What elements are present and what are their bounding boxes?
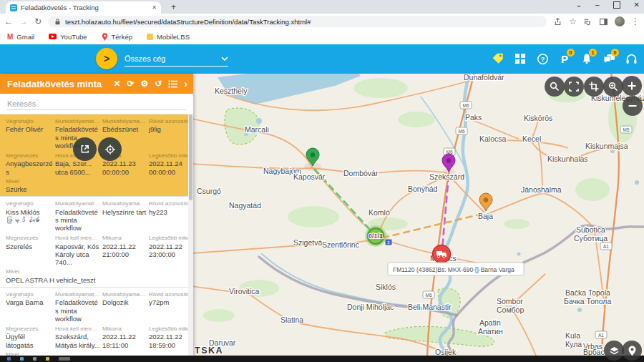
field-value: Dolgozik bbox=[102, 298, 147, 306]
share-icon[interactable] bbox=[553, 17, 562, 26]
map-city-label: Donji Miholjac bbox=[347, 303, 394, 311]
parking-icon[interactable]: P 0 bbox=[557, 52, 572, 66]
help-icon[interactable]: ? bbox=[535, 52, 550, 66]
map-city-label: Szigetvár bbox=[293, 238, 325, 247]
map-city-label: Kula bbox=[565, 331, 580, 340]
close-panel-icon[interactable]: ✕ bbox=[113, 79, 120, 88]
bookmark-gmail[interactable]: M Gmail bbox=[7, 33, 34, 41]
expand-panel-button[interactable]: > bbox=[96, 48, 117, 69]
map-city-label: Кула bbox=[565, 340, 582, 348]
url-bar[interactable]: teszt.holazauto.hu/fleet/secured/dataStr… bbox=[48, 16, 547, 27]
bookmark-youtube[interactable]: YouTube bbox=[49, 33, 87, 41]
scrollbar-thumb[interactable] bbox=[189, 114, 192, 200]
svg-text:≡: ≡ bbox=[387, 240, 390, 245]
browser-tab[interactable]: Feladatkövetés - Tracking ✕ bbox=[6, 1, 161, 14]
map-tooltip-text: FM1120 (43862)Bs. MKX-690-[]-Barna Varga bbox=[393, 266, 514, 273]
road-badge: ≡ bbox=[386, 240, 392, 245]
task-card[interactable]: VégrehajtóKiss Miklósဖြမ့ဒိန်ဓော်Munkafo… bbox=[0, 197, 193, 288]
sidebar-scrollbar[interactable] bbox=[188, 114, 193, 356]
side-panel-icon[interactable] bbox=[599, 17, 608, 26]
forward-icon[interactable]: → bbox=[19, 17, 28, 26]
map-zoom-out-button[interactable] bbox=[623, 96, 643, 116]
map-city-label: Бачка Топола bbox=[564, 297, 611, 305]
field-value: Feladatkövetés minta workflow bbox=[55, 298, 100, 323]
headset-icon[interactable] bbox=[624, 52, 638, 66]
taskbar-icon[interactable] bbox=[46, 357, 49, 361]
map-zoom-area-button[interactable] bbox=[603, 77, 623, 97]
map-layers-button[interactable] bbox=[604, 341, 624, 361]
field-label: Mikorra bbox=[102, 326, 147, 333]
reload-icon[interactable]: ↻ bbox=[34, 17, 42, 26]
new-tab-button[interactable]: + bbox=[171, 1, 176, 14]
field-label: Legkésőbb mikor... bbox=[149, 152, 193, 160]
tab-title: Feladatkövetés - Tracking bbox=[21, 4, 148, 11]
os-taskbar[interactable] bbox=[0, 356, 644, 362]
field-value: Ebédszünet bbox=[102, 125, 147, 133]
road-badge: M6 bbox=[423, 291, 434, 298]
map-search-button[interactable] bbox=[545, 77, 565, 97]
map-fit-bounds-button[interactable] bbox=[564, 77, 584, 97]
taskbar-icon[interactable] bbox=[33, 357, 36, 361]
map-city-label: Paks bbox=[465, 113, 482, 122]
tab-close-icon[interactable]: ✕ bbox=[152, 4, 157, 11]
mobilelbs-icon bbox=[147, 34, 153, 40]
bookmark-maps[interactable]: Térkép bbox=[102, 33, 133, 41]
list-view-icon[interactable] bbox=[168, 80, 177, 88]
field-value: Anyagbeszerzés bbox=[6, 160, 53, 175]
panel-header: Feladatkövetés minta ✕ ⟳ ⚙ ↺ › bbox=[0, 74, 193, 94]
close-window-button[interactable]: ✕ bbox=[634, 1, 640, 9]
field-label: Mivel bbox=[6, 268, 186, 275]
browser-toolbar: ← → ↻ teszt.holazauto.hu/fleet/secured/d… bbox=[0, 14, 644, 29]
field-value: 2022.11.22 18:59:00 bbox=[149, 333, 193, 348]
back-icon[interactable]: ← bbox=[4, 17, 13, 26]
minimize-button[interactable]: – bbox=[595, 1, 600, 9]
tab-search-icon[interactable]: ⌄ bbox=[576, 1, 582, 9]
messages-icon[interactable]: 0 bbox=[602, 52, 616, 66]
svg-text:A1: A1 bbox=[603, 244, 609, 249]
task-card[interactable]: VégrehajtóVarga BarnaMunkafolyamat d...F… bbox=[0, 288, 193, 356]
taskbar-icon[interactable] bbox=[59, 357, 70, 361]
map-zoom-in-button[interactable] bbox=[622, 76, 642, 96]
field-label: Munkafolyamat e... bbox=[102, 200, 147, 207]
map-city-label: Bačka Topola bbox=[565, 288, 610, 297]
menu-kebab-icon[interactable]: ⋮ bbox=[631, 17, 640, 26]
extensions-icon[interactable] bbox=[583, 17, 592, 26]
collapse-chevron-icon[interactable]: › bbox=[184, 79, 187, 89]
svg-text:M6: M6 bbox=[446, 150, 452, 155]
window-controls: ⌄ – ✕ bbox=[576, 1, 640, 9]
map-city-label: Baja bbox=[478, 212, 493, 220]
map-crop-button[interactable] bbox=[584, 77, 604, 97]
undo-icon[interactable]: ↺ bbox=[155, 79, 162, 88]
bookmark-mobilelbs[interactable]: MobileLBS bbox=[147, 33, 190, 41]
refresh-icon[interactable]: ⟳ bbox=[127, 79, 134, 88]
field-value: Varga Barna bbox=[6, 298, 53, 306]
map-city-label: Bonyhád bbox=[408, 185, 438, 193]
field-value: 2022.11.22 21:00:00 bbox=[102, 243, 147, 258]
settings-gear-icon[interactable]: ⚙ bbox=[141, 79, 149, 88]
task-card[interactable]: VégrehajtóFehér OlivérMunkafolyamat d...… bbox=[0, 114, 193, 197]
cluster-marker[interactable]: 0/1/1 bbox=[365, 225, 386, 247]
maximize-button[interactable] bbox=[613, 1, 620, 9]
map-city-label: Komló bbox=[369, 208, 390, 217]
svg-text:M6: M6 bbox=[458, 129, 464, 134]
map-city-label: Апатин bbox=[478, 327, 503, 336]
map-city-label: Sombor bbox=[497, 297, 523, 305]
search-input[interactable]: Keresés bbox=[0, 94, 193, 114]
map-location-button[interactable] bbox=[622, 341, 642, 361]
taskbar-icon[interactable] bbox=[7, 357, 11, 361]
taskbar-icon[interactable] bbox=[20, 357, 24, 361]
open-in-new-button[interactable] bbox=[73, 137, 97, 161]
vehicle-marker[interactable] bbox=[433, 245, 451, 263]
tag-icon[interactable] bbox=[491, 52, 505, 66]
map-city-label: Subotica bbox=[576, 225, 605, 234]
notifications-bell-icon[interactable]: 1 bbox=[580, 52, 594, 66]
map[interactable]: KeszthelyMarcaliDunaföldvárPaksKiskörösK… bbox=[193, 74, 644, 356]
map-city-label: Keszthely bbox=[215, 87, 248, 95]
map-city-label: Jánoshalma bbox=[521, 185, 562, 194]
modules-grid-icon[interactable] bbox=[513, 52, 527, 66]
field-value: y72pm bbox=[149, 298, 193, 306]
profile-avatar[interactable] bbox=[615, 16, 625, 26]
bookmark-star-icon[interactable]: ☆ bbox=[569, 17, 577, 26]
company-selector[interactable]: Összes cég bbox=[125, 51, 228, 67]
locate-button[interactable] bbox=[98, 137, 122, 161]
